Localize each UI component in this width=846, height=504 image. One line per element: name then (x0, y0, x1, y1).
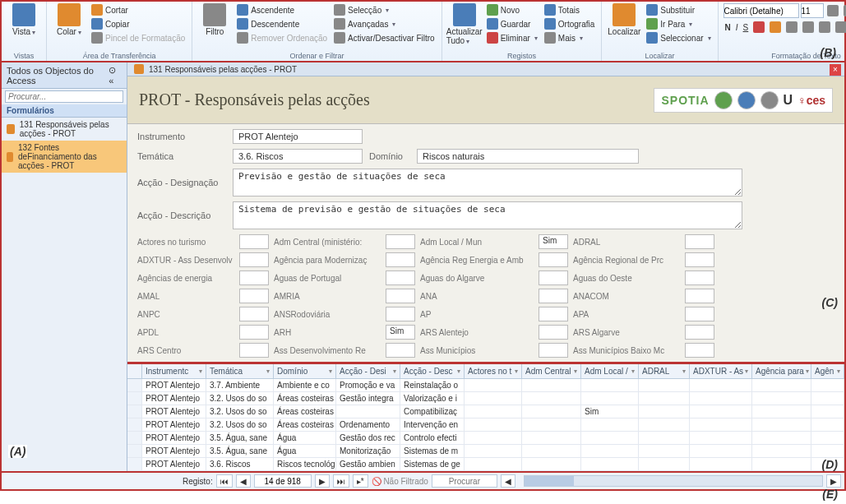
actor-input[interactable] (685, 252, 714, 267)
actor-input[interactable] (239, 307, 269, 321)
eliminar-button[interactable]: Eliminar (485, 31, 539, 44)
actor-input[interactable] (386, 270, 415, 285)
irpara-button[interactable]: Ir Para (645, 17, 712, 30)
actor-input[interactable] (539, 289, 568, 303)
font-color-button[interactable] (751, 21, 766, 34)
actor-input[interactable] (685, 325, 714, 340)
desc-button[interactable]: Descendente (235, 17, 329, 30)
localizar-button[interactable]: Localizar (607, 3, 641, 36)
table-row[interactable]: PROT Alentejo3.5. Água, saneÁguaGestão d… (127, 432, 844, 445)
actor-input[interactable] (239, 252, 269, 267)
table-row[interactable]: PROT Alentejo3.2. Usos do soÁreas costei… (127, 418, 844, 432)
remover-ord-button[interactable]: Remover Ordenação (235, 31, 329, 44)
actor-input[interactable] (386, 307, 415, 321)
cortar-button[interactable]: Cortar (90, 3, 187, 16)
align-center-icon[interactable] (801, 21, 816, 34)
nav-item-132[interactable]: 132 Fontes deFinanciamento das acções - … (2, 141, 127, 173)
hscroll-left[interactable]: ◀ (501, 474, 515, 488)
recnav-last[interactable]: ⏭ (333, 474, 349, 488)
fill-color-button[interactable] (768, 21, 783, 34)
actor-input[interactable] (539, 325, 568, 340)
bold-button[interactable]: N (723, 21, 733, 34)
column-header[interactable]: Temática▾ (206, 364, 274, 378)
mais-button[interactable]: Mais (543, 31, 596, 44)
ortografia-button[interactable]: Ortografia (543, 17, 596, 30)
guardar-button[interactable]: Guardar (485, 17, 539, 30)
hscroll-right[interactable]: ▶ (826, 474, 841, 488)
column-header[interactable]: ADRAL▾ (639, 364, 690, 378)
actor-input[interactable] (539, 307, 568, 321)
actor-input[interactable] (239, 289, 269, 303)
seleccao-button[interactable]: Selecção (332, 3, 437, 16)
column-header[interactable]: Domínio▾ (274, 364, 336, 378)
recnav-filter-state[interactable]: 🚫 Não Filtrado (372, 477, 428, 486)
actor-input[interactable] (239, 270, 269, 285)
actor-input[interactable] (685, 234, 714, 249)
recnav-first[interactable]: ⏮ (216, 474, 233, 488)
italic-button[interactable]: I (734, 21, 740, 34)
substituir-button[interactable]: Substituir (645, 3, 712, 16)
actor-input[interactable] (386, 343, 415, 358)
column-header[interactable]: Adm Central▾ (522, 364, 581, 378)
actor-input[interactable] (386, 252, 415, 267)
column-header[interactable]: Agên▾ (811, 364, 844, 378)
seleccionar-button[interactable]: Seleccionar (645, 31, 712, 44)
table-row[interactable]: PROT Alentejo3.2. Usos do soÁreas costei… (127, 405, 844, 418)
actor-input[interactable] (386, 289, 415, 303)
actualizar-button[interactable]: Actualizar Tudo (447, 3, 482, 45)
column-header[interactable]: Acção - Desi▾ (336, 364, 400, 378)
recnav-new[interactable]: ▸* (353, 474, 368, 488)
table-row[interactable]: PROT Alentejo3.5. Água, saneÁguaMonitori… (127, 445, 844, 458)
actor-input[interactable] (685, 270, 714, 285)
toggle-filter-button[interactable]: Activar/Desactivar Filtro (332, 31, 437, 44)
actor-input[interactable] (539, 252, 568, 267)
actor-input[interactable] (239, 234, 269, 249)
underline-button[interactable]: S (742, 21, 751, 34)
actor-input[interactable]: Sim (386, 325, 415, 340)
column-header[interactable]: Agência para▾ (752, 364, 811, 378)
vista-button[interactable]: Vista (7, 3, 41, 36)
table-row[interactable]: PROT Alentejo3.7. AmbienteAmbiente e coP… (127, 379, 844, 392)
accao-desc-input[interactable] (233, 201, 742, 229)
actor-input[interactable] (539, 270, 568, 285)
nav-category[interactable]: Formulários (2, 104, 127, 118)
actor-input[interactable] (239, 325, 269, 340)
column-header[interactable]: Adm Local /▾ (581, 364, 639, 378)
asc-button[interactable]: Ascendente (235, 3, 329, 16)
font-name-select[interactable] (723, 3, 799, 18)
actor-input[interactable] (685, 343, 714, 358)
actor-input[interactable] (386, 234, 415, 249)
bullets-icon[interactable] (825, 3, 840, 18)
tematica-input[interactable] (233, 149, 363, 164)
font-size-select[interactable] (801, 3, 824, 18)
column-header[interactable]: Acção - Desc▾ (400, 364, 465, 378)
copiar-button[interactable]: Copiar (90, 17, 187, 30)
recnav-pos[interactable] (254, 474, 312, 488)
form-close-button[interactable]: × (830, 64, 841, 76)
novo-button[interactable]: Novo (485, 3, 539, 16)
avancadas-button[interactable]: Avançadas (332, 17, 437, 30)
nav-item-131[interactable]: 131 Responsáveis pelas acções - PROT (2, 118, 127, 141)
instrumento-input[interactable] (233, 129, 363, 144)
column-header[interactable]: Actores no t▾ (465, 364, 522, 378)
nav-header[interactable]: Todos os Objectos do Access ⊙ « (2, 62, 127, 89)
recnav-next[interactable]: ▶ (315, 474, 330, 488)
column-header[interactable]: ADXTUR - As▾ (690, 364, 752, 378)
table-row[interactable]: PROT Alentejo3.2. Usos do soÁreas costei… (127, 392, 844, 405)
recnav-search[interactable] (432, 474, 497, 488)
actor-input[interactable] (539, 343, 568, 358)
totais-button[interactable]: Totais (543, 3, 596, 16)
numbering-icon[interactable] (842, 3, 846, 18)
gridlines-icon[interactable] (834, 21, 846, 34)
actor-input[interactable] (685, 289, 714, 303)
horizontal-scrollbar[interactable] (524, 475, 823, 487)
actor-input[interactable] (685, 307, 714, 321)
recnav-prev[interactable]: ◀ (236, 474, 251, 488)
row-selector-header[interactable] (127, 364, 142, 378)
filtro-button[interactable]: Filtro (197, 3, 232, 36)
nav-search-input[interactable] (5, 90, 123, 103)
dominio-input[interactable] (417, 149, 639, 164)
accao-desig-input[interactable] (233, 169, 742, 197)
pincel-button[interactable]: Pincel de Formatação (90, 31, 187, 44)
colar-button[interactable]: Colar (52, 3, 86, 36)
